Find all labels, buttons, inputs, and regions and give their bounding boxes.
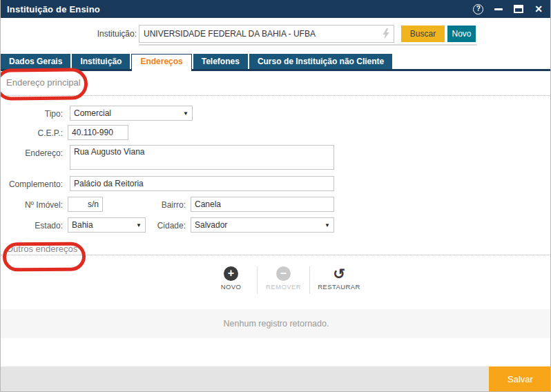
numero-imovel-input[interactable] <box>68 197 103 212</box>
lightning-icon <box>381 28 391 39</box>
section-title-outros-enderecos: Outros endereços <box>6 244 77 254</box>
minus-circle-icon: – <box>276 266 291 281</box>
titlebar: Instituição de Ensino ? ✕ <box>0 0 551 18</box>
toolbar-divider <box>309 266 310 294</box>
help-icon[interactable]: ? <box>473 4 483 14</box>
institution-input-wrap <box>139 25 394 43</box>
buscar-button[interactable]: Buscar <box>401 26 445 42</box>
institution-input[interactable] <box>139 25 394 43</box>
section-divider <box>1 95 551 96</box>
restore-box <box>514 5 523 13</box>
tab-instituicao[interactable]: Instituição <box>72 54 130 69</box>
window-title: Instituição de Ensino <box>0 4 100 14</box>
grid-empty-message: Nenhum registro retornado. <box>1 309 551 338</box>
tab-bar: Dados Gerais Instituição Endereços Telef… <box>1 54 551 71</box>
complemento-input[interactable] <box>70 176 334 191</box>
search-separator <box>139 44 477 46</box>
tipo-select[interactable]: Comercial ▼ <box>70 106 193 121</box>
endereco-label: Endereço: <box>1 148 63 158</box>
grid-novo-button[interactable]: + NOVO <box>209 266 253 291</box>
plus-circle-icon: + <box>224 266 238 281</box>
grid-remover-label: REMOVER <box>262 283 305 291</box>
numero-imovel-label: Nº Imóvel: <box>1 200 63 210</box>
grid-remover-button[interactable]: – REMOVER <box>262 266 305 291</box>
tipo-select-value: Comercial <box>74 108 183 118</box>
footer-bar: Salvar <box>1 366 551 392</box>
maximize-icon[interactable] <box>514 5 523 13</box>
institution-window: Instituição de Ensino ? ✕ Instituição: B… <box>0 0 551 392</box>
chevron-down-icon: ▼ <box>325 222 330 228</box>
restore-icon: ↺ <box>314 266 364 281</box>
tipo-label: Tipo: <box>1 109 63 119</box>
tab-dados-gerais[interactable]: Dados Gerais <box>1 54 70 69</box>
toolbar-divider <box>257 266 258 294</box>
section-title-endereco-principal: Endereço principal <box>6 77 81 88</box>
grid-restaurar-button[interactable]: ↺ RESTAURAR <box>314 266 364 291</box>
cidade-label: Cidade: <box>125 221 186 231</box>
address-grid-toolbar: + NOVO – REMOVER ↺ RESTAURAR <box>209 266 364 294</box>
cep-label: C.E.P.: <box>1 128 63 138</box>
minimize-bar <box>494 8 503 10</box>
minimize-icon[interactable] <box>494 8 503 10</box>
tab-enderecos[interactable]: Endereços <box>131 54 191 71</box>
tab-curso-instituicao-nao-cliente[interactable]: Curso de Instituição não Cliente <box>249 54 392 69</box>
cidade-select[interactable]: Salvador ▼ <box>191 217 334 233</box>
salvar-button[interactable]: Salvar <box>489 366 551 392</box>
grid-restaurar-label: RESTAURAR <box>314 283 364 291</box>
chevron-down-icon: ▼ <box>183 110 188 117</box>
tab-telefones[interactable]: Telefones <box>193 54 248 69</box>
close-icon[interactable]: ✕ <box>534 4 543 14</box>
cep-input[interactable] <box>68 125 128 140</box>
complemento-label: Complemento: <box>1 179 63 189</box>
institution-search-label: Instituição: <box>42 29 137 39</box>
estado-label: Estado: <box>1 221 63 231</box>
window-controls: ? ✕ <box>473 4 551 14</box>
novo-button[interactable]: Novo <box>447 26 476 42</box>
section-divider <box>1 255 551 255</box>
bairro-label: Bairro: <box>125 200 186 210</box>
bairro-input[interactable] <box>191 197 334 212</box>
cidade-select-value: Salvador <box>195 220 325 230</box>
endereco-textarea[interactable]: Rua Augusto Viana <box>70 145 334 170</box>
grid-novo-label: NOVO <box>209 283 253 291</box>
